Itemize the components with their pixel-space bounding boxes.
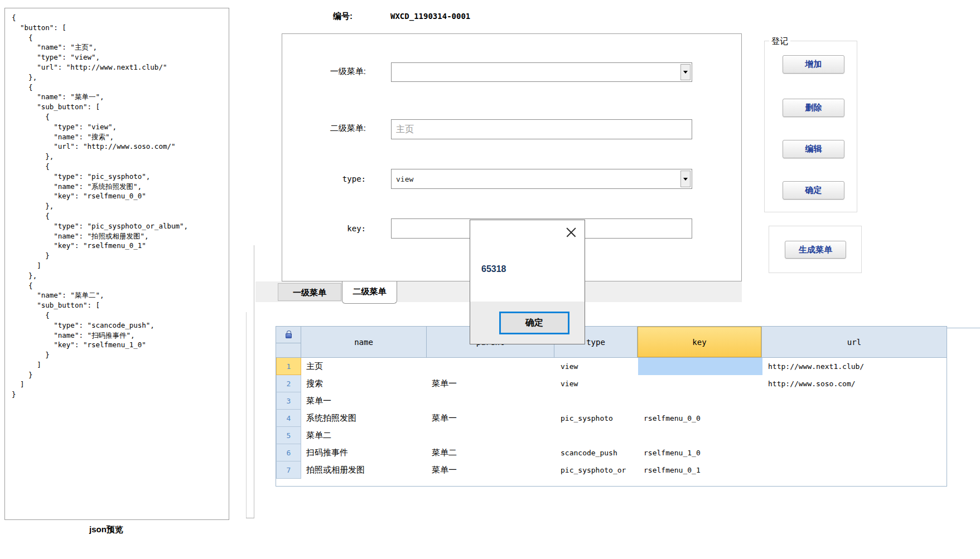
cell-parent[interactable] — [427, 427, 554, 444]
level2-menu-value: 主页 — [396, 120, 688, 139]
column-header-url[interactable]: url — [762, 327, 947, 358]
cell-url[interactable] — [762, 444, 947, 461]
cell-parent[interactable]: 菜单一 — [427, 461, 554, 479]
chevron-down-icon — [683, 71, 688, 74]
cell-url[interactable] — [762, 461, 947, 479]
register-group-title: 登记 — [769, 36, 790, 47]
cell-parent[interactable] — [427, 358, 554, 375]
cell-key[interactable] — [638, 427, 762, 444]
serial-number-label: 编号: — [333, 11, 353, 22]
container-top-border — [947, 328, 980, 328]
lock-icon — [286, 333, 292, 338]
table-row[interactable]: 7 拍照或相册发图 菜单一 pic_sysphoto_or rselfmenu_… — [276, 461, 947, 479]
inner-container-border — [254, 245, 254, 518]
table-row[interactable]: 1 主页 view http://www.next1.club/ — [276, 358, 947, 375]
tab-level2-menu[interactable]: 二级菜单 — [342, 281, 397, 304]
level1-menu-value — [396, 63, 679, 81]
type-dropdown-button[interactable] — [680, 171, 691, 187]
table-row[interactable]: 6 扫码推事件 菜单二 scancode_push rselfmenu_1_0 — [276, 444, 947, 461]
cell-name[interactable]: 搜索 — [301, 375, 427, 392]
cell-url[interactable]: http://www.next1.club/ — [762, 358, 947, 375]
column-header-name[interactable]: name — [301, 327, 427, 358]
cell-name[interactable]: 菜单一 — [301, 392, 427, 410]
grid-select-all-header[interactable] — [276, 327, 301, 358]
cell-key[interactable]: rselfmenu_1_0 — [638, 444, 762, 461]
level1-menu-select[interactable] — [391, 62, 692, 82]
cell-type[interactable]: pic_sysphoto_or — [554, 461, 638, 479]
cell-parent[interactable]: 菜单二 — [427, 444, 554, 461]
cell-type[interactable] — [554, 392, 638, 410]
generate-menu-button[interactable]: 生成菜单 — [785, 241, 846, 259]
cell-parent[interactable]: 菜单一 — [427, 410, 554, 427]
level2-menu-input[interactable]: 主页 — [391, 119, 692, 139]
row-number[interactable]: 1 — [276, 358, 301, 375]
cell-url[interactable] — [762, 392, 947, 410]
dialog-ok-button[interactable]: 确定 — [499, 312, 569, 334]
type-select[interactable]: view — [391, 169, 692, 189]
edit-button[interactable]: 编辑 — [783, 140, 844, 158]
serial-number-value: WXCD_1190314-0001 — [390, 12, 470, 21]
register-groupbox: 登记 增加 删除 编辑 确定 — [764, 41, 857, 212]
row-number[interactable]: 4 — [276, 410, 301, 427]
row-number[interactable]: 7 — [276, 461, 301, 479]
cell-name[interactable]: 系统拍照发图 — [301, 410, 427, 427]
level2-menu-label: 二级菜单: — [277, 123, 366, 134]
json-preview-caption: json预览 — [89, 524, 151, 535]
cell-key[interactable]: rselfmenu_0_0 — [638, 410, 762, 427]
menu-data-grid: name parent type key url 1 主页 view http:… — [276, 326, 947, 487]
selected-cell[interactable] — [638, 358, 762, 375]
grid-header-row: name parent type key url — [276, 327, 947, 358]
cell-key[interactable] — [638, 392, 762, 410]
key-label: key: — [277, 224, 366, 233]
dialog-message: 65318 — [481, 264, 506, 274]
cell-key[interactable]: rselfmenu_0_1 — [638, 461, 762, 479]
row-number[interactable]: 5 — [276, 427, 301, 444]
close-icon[interactable] — [564, 226, 578, 239]
delete-button[interactable]: 删除 — [783, 99, 844, 117]
dialog-footer: 确定 — [470, 302, 585, 344]
row-number[interactable]: 3 — [276, 392, 301, 410]
header-divider — [276, 343, 301, 343]
table-row[interactable]: 2 搜索 菜单一 view http://www.soso.com/ — [276, 375, 947, 392]
cell-name[interactable]: 拍照或相册发图 — [301, 461, 427, 479]
cell-url[interactable] — [762, 410, 947, 427]
cell-url[interactable]: http://www.soso.com/ — [762, 375, 947, 392]
message-dialog: 65318 确定 — [470, 220, 585, 344]
tab-level1-menu[interactable]: 一级菜单 — [278, 283, 341, 301]
chevron-down-icon — [683, 178, 688, 181]
cell-name[interactable]: 扫码推事件 — [301, 444, 427, 461]
cell-type[interactable]: view — [554, 375, 638, 392]
json-preview-panel: { "button": [ { "name": "主页", "type": "v… — [4, 8, 229, 520]
table-row[interactable]: 5 菜单二 — [276, 427, 947, 444]
add-button[interactable]: 增加 — [783, 55, 844, 74]
cell-type[interactable]: scancode_push — [554, 444, 638, 461]
type-value: view — [396, 169, 679, 188]
confirm-button[interactable]: 确定 — [783, 181, 844, 200]
level1-menu-label: 一级菜单: — [277, 66, 366, 77]
cell-type[interactable]: pic_sysphoto — [554, 410, 638, 427]
type-label: type: — [277, 174, 366, 183]
cell-type[interactable]: view — [554, 358, 638, 375]
cell-name[interactable]: 菜单二 — [301, 427, 427, 444]
generate-menu-box: 生成菜单 — [769, 226, 862, 273]
table-row[interactable]: 3 菜单一 — [276, 392, 947, 410]
row-number[interactable]: 6 — [276, 444, 301, 461]
cell-key[interactable] — [638, 375, 762, 392]
outer-container-border — [246, 312, 247, 518]
level1-dropdown-button[interactable] — [680, 64, 691, 80]
cell-parent[interactable]: 菜单一 — [427, 375, 554, 392]
column-header-key[interactable]: key — [638, 327, 762, 358]
table-row[interactable]: 4 系统拍照发图 菜单一 pic_sysphoto rselfmenu_0_0 — [276, 410, 947, 427]
container-bottom-border — [246, 518, 254, 518]
cell-name[interactable]: 主页 — [301, 358, 427, 375]
row-number[interactable]: 2 — [276, 375, 301, 392]
cell-type[interactable] — [554, 427, 638, 444]
json-preview-text: { "button": [ { "name": "主页", "type": "v… — [5, 8, 229, 400]
cell-parent[interactable] — [427, 392, 554, 410]
cell-url[interactable] — [762, 427, 947, 444]
